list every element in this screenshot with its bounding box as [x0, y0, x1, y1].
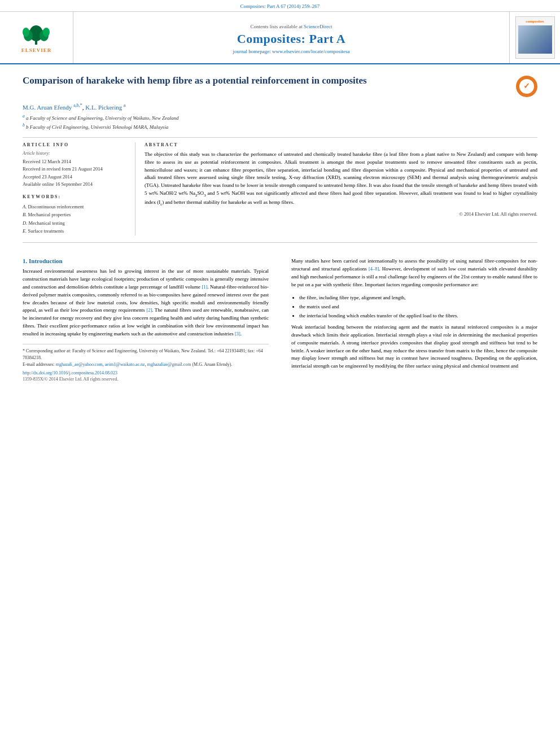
- article-info-label: ARTICLE INFO: [23, 142, 126, 147]
- ref-2[interactable]: [2]: [146, 307, 152, 313]
- abstract-column: ABSTRACT The objective of this study was…: [135, 142, 537, 235]
- footnote-corresponding: * Corresponding author at: Faculty of Sc…: [23, 348, 269, 361]
- elsevier-tree-icon: [11, 22, 62, 46]
- crossmark-badge[interactable]: ✓: [516, 76, 537, 97]
- section1-heading: 1. Introduction: [23, 257, 269, 264]
- affiliation-a: a a Faculty of Science and Engineering, …: [23, 113, 537, 123]
- bullet-item-3: the interfacial bonding which enables tr…: [299, 312, 537, 320]
- ref-4-8[interactable]: [4–8]: [369, 266, 379, 272]
- article-main: Comparison of harakeke with hemp fibre a…: [0, 64, 560, 235]
- journal-reference: Composites: Part A 67 (2014) 259–267: [240, 3, 320, 9]
- received-revised-date: Received in revised form 21 August 2014: [23, 165, 126, 173]
- svg-point-5: [43, 28, 50, 37]
- bullet-list: the fibre, including fibre type, alignme…: [299, 294, 537, 320]
- article-info-abstract-section: ARTICLE INFO Article history: Received 1…: [23, 142, 537, 235]
- affiliation-b: b b Faculty of Civil Engineering, Univer…: [23, 122, 537, 132]
- keyword-2: B. Mechanical properties: [23, 211, 126, 219]
- section-divider: [23, 242, 537, 243]
- sciencedirect-link[interactable]: ScienceDirect: [304, 24, 332, 29]
- footnote-section: * Corresponding author at: Faculty of Sc…: [23, 344, 269, 382]
- divider-after-affiliations: [23, 137, 537, 138]
- article-title: Comparison of harakeke with hemp fibre a…: [23, 75, 516, 87]
- composites-logo-box: composites: [515, 16, 555, 59]
- keywords-section: Keywords: A. Discontinuous reinforcement…: [23, 194, 126, 235]
- issn-copyright: 1359-835X/© 2014 Elsevier Ltd. All right…: [23, 377, 269, 382]
- journal-title: Composites: Part A: [237, 32, 345, 46]
- composites-logo-title: composites: [526, 19, 544, 24]
- ref-1[interactable]: [1]: [202, 284, 207, 290]
- composites-logo-image: [518, 25, 552, 54]
- email-link-1[interactable]: mghazali_ae@yahoo.com: [56, 362, 103, 367]
- sciencedirect-line: Contents lists available at ScienceDirec…: [251, 24, 333, 29]
- journal-homepage: journal homepage: www.elsevier.com/locat…: [233, 49, 350, 54]
- author-affil-sup-2: a: [124, 103, 126, 108]
- elsevier-wordmark: ELSEVIER: [21, 47, 52, 53]
- email-link-2[interactable]: aeim1@waikato.ac.nz: [105, 362, 145, 367]
- authors-line: M.G. Aruan Efendy a,b,*, K.L. Pickering …: [23, 103, 537, 111]
- email-link-3[interactable]: mghazaliae@gmail.com: [147, 362, 191, 367]
- body-two-col: 1. Introduction Increased environmental …: [23, 257, 537, 382]
- copyright-line: © 2014 Elsevier Ltd. All rights reserved…: [145, 211, 537, 217]
- bullet-item-1: the fibre, including fibre type, alignme…: [299, 294, 537, 302]
- body-left-col: 1. Introduction Increased environmental …: [23, 257, 274, 382]
- article-history-label: Article history:: [23, 151, 126, 156]
- article-title-row: Comparison of harakeke with hemp fibre a…: [23, 75, 537, 97]
- intro-paragraph-right-2: Weak interfacial bonding between the rei…: [291, 324, 537, 371]
- journal-title-section: Contents lists available at ScienceDirec…: [73, 12, 509, 63]
- keywords-label: Keywords:: [23, 194, 126, 199]
- composites-logo-section: composites: [509, 12, 560, 63]
- svg-point-4: [23, 28, 29, 37]
- body-right-col: Many studies have been carried out inter…: [286, 257, 537, 382]
- journal-header: ELSEVIER Contents lists available at Sci…: [0, 12, 560, 64]
- keyword-3: D. Mechanical testing: [23, 219, 126, 227]
- received-date: Received 12 March 2014: [23, 158, 126, 166]
- intro-paragraph-right-1: Many studies have been carried out inter…: [291, 257, 537, 289]
- author-name-2[interactable]: K.L. Pickering: [85, 104, 122, 111]
- author-affil-sup: a,b,*: [73, 103, 82, 108]
- doi-link[interactable]: http://dx.doi.org/10.1016/j.compositesa.…: [23, 370, 269, 375]
- ref-3[interactable]: [3]: [235, 331, 240, 337]
- keyword-1: A. Discontinuous reinforcement: [23, 203, 126, 211]
- available-online-date: Available online 16 September 2014: [23, 181, 126, 189]
- intro-paragraph-1: Increased environmental awareness has le…: [23, 268, 269, 338]
- affiliations: a a Faculty of Science and Engineering, …: [23, 113, 537, 132]
- abstract-label: ABSTRACT: [145, 142, 537, 147]
- email-label: E-mail addresses:: [23, 362, 56, 367]
- top-bar: Composites: Part A 67 (2014) 259–267: [0, 0, 560, 12]
- body-content: 1. Introduction Increased environmental …: [0, 250, 560, 382]
- article-info-column: ARTICLE INFO Article history: Received 1…: [23, 142, 135, 235]
- footnote-email: E-mail addresses: mghazali_ae@yahoo.com,…: [23, 361, 269, 368]
- crossmark-circle: ✓: [516, 76, 537, 97]
- elsevier-logo-section: ELSEVIER: [0, 12, 73, 63]
- abstract-text: The objective of this study was to chara…: [145, 151, 537, 208]
- bullet-item-2: the matrix used and: [299, 303, 537, 311]
- accepted-date: Accepted 23 August 2014: [23, 173, 126, 181]
- crossmark-icon: ✓: [519, 79, 534, 94]
- author-name[interactable]: M.G. Aruan Efendy: [23, 104, 72, 111]
- email-author-label: (M.G. Aruan Efendy).: [192, 362, 232, 367]
- keyword-4: E. Surface treatments: [23, 227, 126, 235]
